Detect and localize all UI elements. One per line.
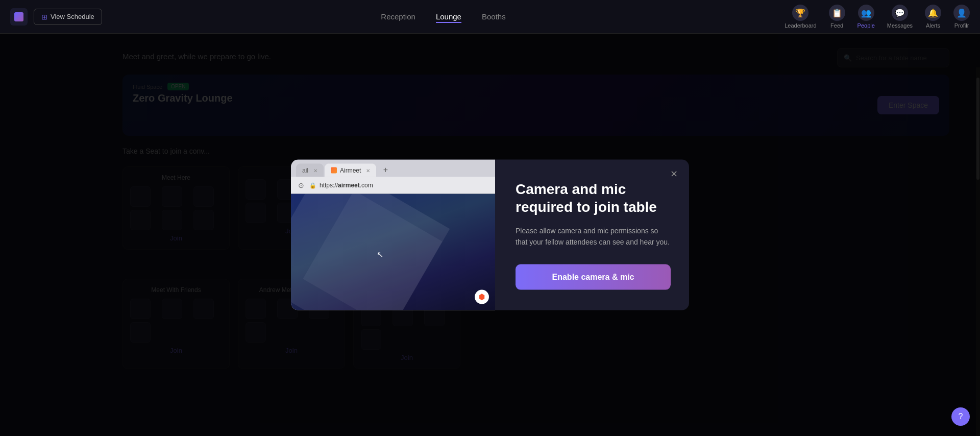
feed-label: Feed — [830, 22, 843, 29]
main-content: Meet and greet, while we prepare to go l… — [0, 34, 980, 436]
nav-leaderboard[interactable]: 🏆 Leaderboard — [785, 5, 816, 29]
modal-description: Please allow camera and mic permissions … — [516, 225, 671, 248]
tab-lounge[interactable]: Lounge — [436, 10, 461, 23]
logo — [10, 8, 28, 26]
people-label: People — [857, 22, 875, 29]
topnav-left: View Schedule — [10, 8, 102, 26]
browser-brave-icon — [475, 289, 489, 304]
browser-url-display: https://airmeet.com — [320, 182, 373, 189]
view-schedule-label: View Schedule — [51, 13, 94, 20]
tab-booths[interactable]: Booths — [482, 10, 506, 23]
browser-tab-airmeet[interactable]: Airmeet ✕ — [325, 164, 376, 177]
topnav: View Schedule Reception Lounge Booths 🏆 … — [0, 0, 980, 34]
topnav-center: Reception Lounge Booths — [381, 10, 505, 23]
nav-alerts[interactable]: 🔔 Alerts — [925, 5, 941, 29]
modal-close-button[interactable]: ✕ — [667, 167, 681, 181]
nav-people[interactable]: 👥 People — [857, 5, 875, 29]
topnav-right: 🏆 Leaderboard 📋 Feed 👥 People 💬 Messages… — [785, 5, 970, 29]
tab-reception[interactable]: Reception — [381, 10, 415, 23]
leaderboard-icon: 🏆 — [792, 5, 808, 21]
nav-profile[interactable]: 👤 Profilr — [953, 5, 970, 29]
tab-airmeet-close[interactable]: ✕ — [366, 167, 370, 173]
tab-mail-label: ail — [302, 167, 308, 174]
browser-bg — [291, 194, 495, 310]
browser-tab-add[interactable]: + — [379, 164, 391, 176]
cursor-indicator: ↖ — [377, 250, 383, 259]
messages-label: Messages — [887, 22, 913, 29]
modal-title: Camera and mic required to join table — [516, 180, 671, 216]
tab-airmeet-label: Airmeet — [340, 167, 361, 174]
airmeet-favicon — [331, 167, 337, 174]
browser-home-icon: ⊙ — [296, 180, 306, 190]
leaderboard-label: Leaderboard — [785, 22, 816, 29]
browser-url-bold: airmeet — [338, 182, 360, 189]
help-icon: ? — [959, 412, 963, 421]
alerts-icon: 🔔 — [925, 5, 941, 21]
browser-tab-mail[interactable]: ail ✕ — [296, 164, 324, 177]
browser-mockup: ail ✕ Airmeet ✕ + ⊙ 🔒 https://airmeet.co… — [291, 160, 495, 310]
nav-messages[interactable]: 💬 Messages — [887, 5, 913, 29]
help-button[interactable]: ? — [951, 407, 970, 426]
alerts-label: Alerts — [926, 22, 940, 29]
profile-label: Profilr — [954, 22, 969, 29]
enable-camera-mic-button[interactable]: Enable camera & mic — [516, 264, 671, 289]
nav-feed[interactable]: 📋 Feed — [829, 5, 845, 29]
feed-icon: 📋 — [829, 5, 845, 21]
browser-viewport: ↖ — [291, 194, 495, 310]
camera-mic-modal: ail ✕ Airmeet ✕ + ⊙ 🔒 https://airmeet.co… — [291, 160, 689, 310]
browser-lock-icon: 🔒 — [309, 182, 316, 188]
messages-icon: 💬 — [892, 5, 908, 21]
browser-address-bar[interactable]: ⊙ 🔒 https://airmeet.com — [291, 177, 495, 194]
view-schedule-button[interactable]: View Schedule — [34, 9, 102, 25]
browser-tab-bar: ail ✕ Airmeet ✕ + — [291, 160, 495, 177]
profile-icon: 👤 — [953, 5, 970, 21]
modal-right-panel: ✕ Camera and mic required to join table … — [495, 160, 689, 310]
logo-icon — [14, 12, 23, 21]
people-icon: 👥 — [858, 5, 874, 21]
tab-mail-close[interactable]: ✕ — [313, 167, 317, 173]
